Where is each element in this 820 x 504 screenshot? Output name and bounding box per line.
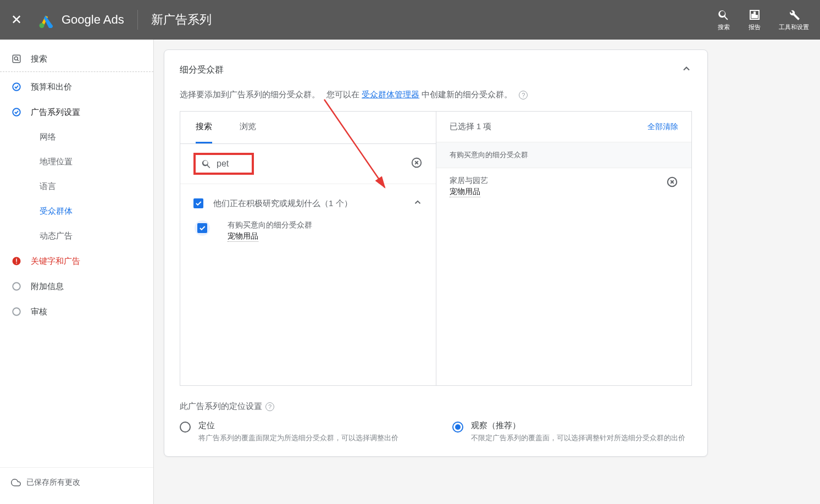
radio-description: 将广告系列的覆盖面限定为所选细分受众群，可以选择调整出价	[198, 433, 398, 443]
group-label: 他们正在积极研究或规划什么（1 个）	[213, 198, 413, 209]
selected-name: 宠物用品	[450, 187, 480, 197]
header-tools: 搜索 报告 工具和设置	[717, 8, 809, 31]
sidebar-sub-network[interactable]: 网络	[0, 125, 153, 149]
search-row	[180, 144, 436, 184]
sidebar-label: 预算和出价	[31, 82, 72, 92]
svg-point-2	[14, 57, 18, 60]
item-checkbox[interactable]	[195, 220, 210, 236]
search-icon	[201, 158, 212, 169]
cloud-icon	[11, 478, 21, 488]
card-title: 细分受众群	[180, 64, 224, 76]
sidebar-review[interactable]: 审核	[0, 299, 153, 324]
clear-search-button[interactable]	[411, 157, 423, 171]
audience-picker: 搜索 浏览 他们正在积极研究或规划什么（1 个）	[180, 111, 692, 386]
sidebar-sub-language[interactable]: 语言	[0, 174, 153, 199]
audience-search-input[interactable]	[217, 159, 244, 169]
google-ads-logo	[38, 12, 55, 28]
picker-tabs: 搜索 浏览	[180, 112, 436, 144]
header-settings-button[interactable]: 工具和设置	[779, 8, 809, 31]
sidebar-keywords[interactable]: 关键字和广告	[0, 248, 153, 274]
svg-point-0	[40, 23, 45, 28]
item-name: 宠物用品	[228, 231, 258, 242]
error-icon	[11, 256, 22, 267]
sidebar-label: 搜索	[31, 54, 47, 64]
audience-card: 细分受众群 选择要添加到广告系列的细分受众群。 您可以在受众群体管理器中创建新的…	[164, 49, 708, 457]
search-icon	[717, 8, 730, 21]
radio-label: 观察（推荐）	[471, 420, 685, 431]
item-category: 有购买意向的细分受众群	[228, 220, 312, 230]
radio-label: 定位	[198, 420, 398, 431]
sidebar-label: 附加信息	[31, 281, 64, 292]
sidebar-label: 关键字和广告	[31, 256, 80, 267]
targeting-option-target[interactable]: 定位 将广告系列的覆盖面限定为所选细分受众群，可以选择调整出价	[180, 420, 419, 443]
circle-icon	[11, 306, 22, 317]
tab-search[interactable]: 搜索	[196, 112, 212, 143]
help-icon[interactable]: ?	[519, 91, 528, 99]
svg-rect-1	[13, 55, 20, 63]
brand-name: Google Ads	[62, 13, 124, 27]
targeting-options: 定位 将广告系列的覆盖面限定为所选细分受众群，可以选择调整出价 观察（推荐） 不…	[180, 420, 692, 443]
sidebar: 搜索 预算和出价 广告系列设置 网络 地理位置 语言 受众群体 动态广告 关键字…	[0, 40, 154, 504]
sidebar-label: 审核	[31, 307, 47, 317]
tab-browse[interactable]: 浏览	[240, 112, 256, 143]
result-item[interactable]: 有购买意向的细分受众群 宠物用品	[193, 214, 423, 248]
sidebar-footer: 已保存所有更改	[0, 467, 153, 497]
result-group-header[interactable]: 他们正在积极研究或规划什么（1 个）	[193, 193, 423, 214]
svg-rect-6	[16, 259, 17, 262]
header-search-button[interactable]: 搜索	[717, 8, 730, 31]
group-checkbox[interactable]	[193, 198, 203, 208]
results-list: 他们正在积极研究或规划什么（1 个） 有购买意向的细分受众群 宠物用品	[180, 184, 436, 257]
sidebar-sub-location[interactable]: 地理位置	[0, 149, 153, 174]
sidebar-sub-dynamic[interactable]: 动态广告	[0, 224, 153, 248]
sidebar-label: 广告系列设置	[31, 107, 80, 118]
wrench-icon	[788, 8, 801, 21]
card-description: 选择要添加到广告系列的细分受众群。 您可以在受众群体管理器中创建新的细分受众群。…	[180, 90, 692, 100]
search-box-highlight	[193, 153, 254, 175]
sidebar-sub-audience[interactable]: 受众群体	[0, 199, 153, 224]
radio-unselected[interactable]	[180, 422, 191, 433]
collapse-button[interactable]	[681, 63, 692, 76]
sidebar-campaign-settings[interactable]: 广告系列设置	[0, 99, 153, 125]
selected-panel: 已选择 1 项 全部清除 有购买意向的细分受众群 家居与园艺 宠物用品	[436, 112, 692, 385]
selected-count: 已选择 1 项	[450, 121, 492, 132]
page-title: 新广告系列	[151, 12, 212, 28]
selected-item: 家居与园艺 宠物用品	[436, 168, 692, 205]
svg-point-9	[13, 308, 20, 315]
svg-rect-7	[16, 263, 17, 264]
circle-icon	[11, 281, 22, 292]
targeting-title: 此广告系列的定位设置 ?	[180, 401, 692, 412]
header-divider	[137, 10, 138, 30]
radio-description: 不限定广告系列的覆盖面，可以选择调整针对所选细分受众群的出价	[471, 433, 685, 443]
close-icon[interactable]: ✕	[11, 12, 22, 27]
radio-selected[interactable]	[452, 422, 463, 433]
search-panel: 搜索 浏览 他们正在积极研究或规划什么（1 个）	[180, 112, 436, 385]
check-circle-icon	[11, 107, 22, 118]
sidebar-budget[interactable]: 预算和出价	[0, 74, 153, 99]
sidebar-footer-label: 已保存所有更改	[26, 478, 80, 488]
audience-manager-link[interactable]: 受众群体管理器	[362, 90, 419, 100]
selected-category: 家居与园艺	[450, 176, 660, 186]
report-icon	[748, 8, 761, 21]
app-header: ✕ Google Ads 新广告系列 搜索 报告 工具和设置	[0, 0, 820, 40]
magnifier-box-icon	[11, 53, 22, 64]
remove-item-button[interactable]	[666, 176, 678, 190]
chevron-up-icon[interactable]	[413, 197, 423, 209]
svg-point-8	[13, 283, 20, 290]
check-circle-icon	[11, 81, 22, 92]
sidebar-search[interactable]: 搜索	[0, 46, 153, 72]
selected-section-label: 有购买意向的细分受众群	[436, 142, 692, 168]
help-icon[interactable]: ?	[265, 402, 274, 411]
header-reports-button[interactable]: 报告	[748, 8, 761, 31]
targeting-option-observe[interactable]: 观察（推荐） 不限定广告系列的覆盖面，可以选择调整针对所选细分受众群的出价	[452, 420, 692, 443]
clear-all-button[interactable]: 全部清除	[647, 122, 678, 132]
sidebar-extensions[interactable]: 附加信息	[0, 274, 153, 299]
main-content: 细分受众群 选择要添加到广告系列的细分受众群。 您可以在受众群体管理器中创建新的…	[154, 40, 820, 504]
